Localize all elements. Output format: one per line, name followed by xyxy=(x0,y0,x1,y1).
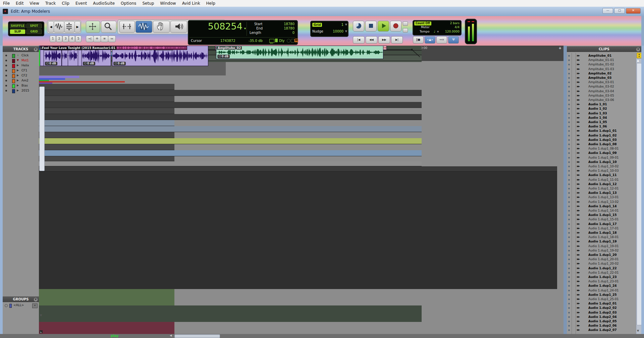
clip-list-item[interactable]: ▶▶Audio 1_05 xyxy=(567,120,636,125)
clip-list-item[interactable]: ▶▶Amplitube_03-02 xyxy=(567,84,636,89)
track-show-dot[interactable] xyxy=(5,60,7,61)
clip-name[interactable]: Audio 1.dup2_05 xyxy=(588,320,616,323)
conductor-button[interactable]: Ψ xyxy=(448,36,459,44)
minimize-button[interactable]: — xyxy=(602,8,613,14)
wait-for-note-button[interactable]: ‖● xyxy=(413,36,424,44)
clip-name[interactable]: Audio 1.dup1_19-02 xyxy=(588,249,619,252)
clip-name[interactable]: Amplitube_01-01 xyxy=(588,58,614,62)
scrubber-tool-button[interactable] xyxy=(170,21,187,33)
clip-list-item[interactable]: ▶▶Audio 1.dup2_06 xyxy=(567,324,636,328)
track-list-item-helix[interactable]: ▶Helix xyxy=(3,63,39,68)
edit-scroll-up-icon[interactable]: ▲ xyxy=(40,46,42,49)
clip-name[interactable]: Audio 1.dup1_12 xyxy=(588,182,616,186)
zoom-preset-1[interactable]: 1 xyxy=(50,36,56,42)
clip-list-item[interactable]: ▶▶Audio 1.dup1_23 xyxy=(567,275,636,280)
hscroll-left-icon[interactable]: ◀ xyxy=(170,334,172,337)
clip-name[interactable]: Amplitube_03-06 xyxy=(588,98,614,102)
clip-name[interactable]: Audio 1.dup1_19 xyxy=(588,240,616,243)
clip-list-item[interactable]: ▶▶Audio 1.dup1_20 xyxy=(567,253,636,258)
ruler-label-row-minsecs[interactable]: Min:Secs xyxy=(39,96,174,102)
main-counter[interactable]: 508254 ▾ xyxy=(190,21,246,35)
menu-item-setup[interactable]: Setup xyxy=(139,0,157,7)
clip-name[interactable]: Audio 1_02 xyxy=(588,107,607,110)
track-show-dot[interactable] xyxy=(5,90,7,92)
clips-scrollbar[interactable]: az ▲ ▼ xyxy=(636,52,641,334)
zoom-preset-2[interactable]: 2 xyxy=(56,36,62,42)
clip-name[interactable]: Amplitube_03-01 xyxy=(588,80,614,84)
clip-list-item[interactable]: ▶▶Audio 1_06 xyxy=(567,124,636,129)
clip-name[interactable]: Audio 1_03 xyxy=(588,112,607,115)
tab-to-transient-button[interactable]: →| xyxy=(86,36,94,42)
clip-name[interactable]: Audio 1.dup1_15-01 xyxy=(588,218,619,221)
link-track-edit-button[interactable]: ≔ xyxy=(108,36,116,42)
clip-name[interactable]: Audio 1.dup1_24 xyxy=(588,284,616,287)
close-button[interactable]: ✕ xyxy=(626,8,641,14)
maximize-button[interactable]: ▢ xyxy=(614,8,625,14)
clip-list-item[interactable]: ▶▶Audio 1.dup1_24 xyxy=(567,284,636,288)
clip-name[interactable]: Audio 1.dup1_13-02 xyxy=(588,200,619,204)
nudge-value[interactable]: 10000 xyxy=(333,30,343,33)
zoom-preset-5[interactable]: 5 xyxy=(75,36,82,42)
zoom-toggle-button[interactable] xyxy=(86,21,100,33)
clip-name[interactable]: Audio 1.dup1_20-01 xyxy=(588,258,619,261)
midi-merge-button[interactable]: →+ xyxy=(436,36,447,44)
zoomer-tool-button[interactable] xyxy=(101,21,116,33)
tracks-panel-header[interactable]: TRACKS▼ xyxy=(3,46,39,52)
clip-list-item[interactable]: ▶▶Audio 1.dup1_08-01 xyxy=(567,147,636,151)
clip-list-item[interactable]: ▶▶Audio 1.dup1_10-02 xyxy=(567,164,636,169)
transport-expand-top[interactable] xyxy=(403,21,408,26)
clip-list-item[interactable]: ▶▶Audio 1.dup1_09 xyxy=(567,151,636,156)
clip-list-item[interactable]: ▶▶Audio 1.dup1_25-01 xyxy=(567,297,636,302)
clip-name[interactable]: Audio 1.dup2_06 xyxy=(588,324,616,327)
grid-value[interactable]: 1 xyxy=(341,23,343,26)
clip-list-item[interactable]: ▶▶Audio 1.dup1_14-01 xyxy=(567,209,636,213)
clip-name[interactable]: Audio 1.dup1_25 xyxy=(588,293,616,296)
clip-name[interactable]: Amplitube_03 xyxy=(588,76,611,79)
clip-list-item[interactable]: ▶▶Amplitube_01-01 xyxy=(567,58,636,63)
clip-name[interactable]: Amplitube_03-02 xyxy=(588,85,614,88)
clip-list-item[interactable]: ▶▶Audio 1.dup2_04 xyxy=(567,315,636,320)
zoom-out-arrow[interactable]: ◀ xyxy=(48,21,54,33)
clip-list-item[interactable]: ▶▶Amplitube_01-03 xyxy=(567,67,636,72)
clip-list-item[interactable]: ▶▶Audio 1.dup2_02 xyxy=(567,306,636,311)
clip-list-item[interactable]: ▶▶Amplitube_03-06 xyxy=(567,98,636,103)
clip-name[interactable]: Audio 1.dup1_22-01 xyxy=(588,271,619,274)
menu-item-event[interactable]: Event xyxy=(72,0,90,7)
clip-list-item[interactable]: ▶▶Audio 1.dup1_17 xyxy=(567,222,636,227)
clip-list-item[interactable]: ▶▶Audio 1_02 xyxy=(567,107,636,111)
track-options-icon[interactable]: ◣ xyxy=(40,330,43,333)
group-name[interactable]: <ALL> xyxy=(13,303,24,307)
clip-name[interactable]: Audio 1.dup1_03 xyxy=(588,138,616,142)
clip-name[interactable]: Amplitube_01-03 xyxy=(588,67,614,71)
ruler-content-1[interactable]: 0:000:050:100:150:200:250:300:350:400:45… xyxy=(39,102,422,108)
clip-list-item[interactable]: ▶▶Amplitube_02 xyxy=(567,71,636,76)
selector-tool-button[interactable] xyxy=(136,21,152,33)
track-list-name[interactable]: Am2 xyxy=(21,79,29,82)
ruler-label-row-samples[interactable]: Samples▤▾ xyxy=(39,120,174,126)
mute-indicator[interactable]: M xyxy=(294,39,298,42)
title-bar[interactable]: Edit: Amp Modelers — ▢ ✕ xyxy=(0,7,644,16)
clip-name[interactable]: Audio 1.dup1_01 xyxy=(588,129,616,132)
online-button[interactable] xyxy=(353,21,364,32)
clip-name[interactable]: Amplitube_03-04 xyxy=(588,90,614,93)
clip-list-item[interactable]: ▶▶Audio 1.dup1_10 xyxy=(567,160,636,165)
status-icon-1[interactable] xyxy=(287,39,290,43)
clip-name[interactable]: Audio 1.dup1_25-01 xyxy=(588,297,619,301)
track-list-item-cf1[interactable]: ▶CF1 xyxy=(3,68,39,73)
ruler-content-4[interactable]: ▶♩120 xyxy=(39,138,422,144)
edit-scroll-thumb[interactable] xyxy=(39,87,45,171)
count-off-value[interactable]: 2 bars xyxy=(450,21,460,25)
stop-button[interactable] xyxy=(365,21,377,32)
track-list-item-am2[interactable]: ▶Am2 xyxy=(3,78,39,83)
clip-name[interactable]: Audio 1.dup1_15 xyxy=(588,213,616,217)
clip-name[interactable]: Audio 1.dup1_11 xyxy=(588,173,616,177)
rewind-button[interactable]: ◀◀ xyxy=(366,36,377,44)
clip-list-item[interactable]: ▶▶Amplitube_03-01 xyxy=(567,80,636,85)
clip-list-item[interactable]: ▶▶Audio 1.dup1_13-01 xyxy=(567,195,636,200)
link-timeline-edit-button[interactable]: ≡ xyxy=(101,36,108,42)
menu-item-track[interactable]: Track xyxy=(42,0,59,7)
ruler-content-0[interactable]: 135791113151719212325272931 xyxy=(39,90,422,96)
menu-item-file[interactable]: File xyxy=(0,0,13,7)
nudge-dropdown-icon[interactable]: ▼ xyxy=(345,30,347,33)
clip-name[interactable]: Audio 1.dup1_22 xyxy=(588,267,616,270)
